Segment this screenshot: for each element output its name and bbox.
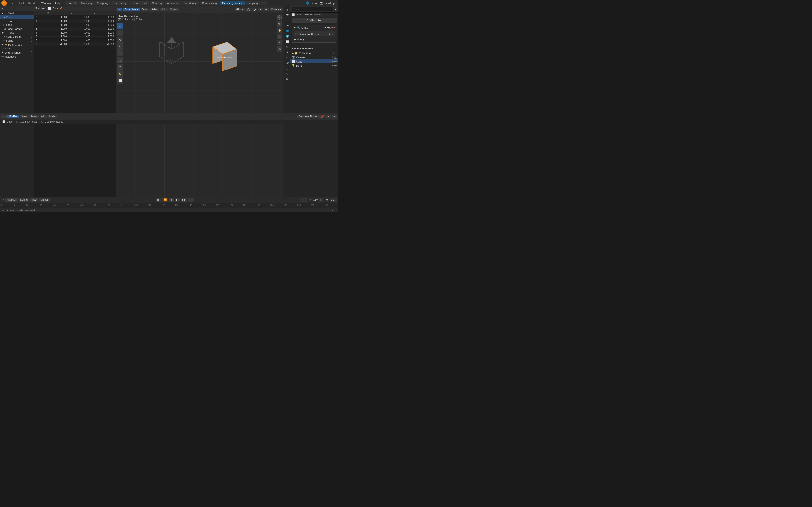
add-cube-tool-btn[interactable]: ⬜ [117, 77, 123, 83]
tab-scripting[interactable]: Scripting [245, 1, 260, 5]
output-properties-btn[interactable]: 🖨 [285, 18, 290, 23]
pan-btn[interactable]: ✋ [277, 27, 282, 33]
overlay-btn[interactable]: ⊞ [277, 46, 282, 52]
play-btn[interactable]: ▶ [175, 198, 180, 202]
play-jump-start-btn[interactable]: ⏮ [156, 198, 161, 202]
viewport-select-btn[interactable]: Select [150, 8, 159, 11]
outliner-collection[interactable]: ▶ 📁 Collection 👁 ↗ [290, 51, 338, 55]
menu-render[interactable]: Render [27, 1, 39, 5]
scene-properties-btn[interactable]: 🌐 [285, 29, 290, 33]
tree-curve[interactable]: ▼ ~ Curve [0, 31, 34, 35]
timeline-view-btn[interactable]: View [30, 198, 38, 202]
rotate-tool-btn[interactable]: ↻ [117, 44, 123, 50]
viewport-add-btn[interactable]: Add [160, 8, 168, 11]
modifier-visibility-icon[interactable]: 👁 [324, 26, 326, 29]
tree-face[interactable]: □ Face 6 [0, 23, 34, 27]
breadcrumb-geometry-nodes[interactable]: Geometry Nodes [45, 120, 63, 123]
properties-panel-btn[interactable]: ⊞ [285, 7, 290, 12]
tab-uv-editing[interactable]: UV Editing [111, 1, 128, 5]
object-mode-btn[interactable]: Object Mode [123, 8, 140, 11]
current-frame-input[interactable]: 1 [300, 198, 307, 202]
scene-name[interactable]: Scene [311, 2, 318, 5]
camera-perspective-btn[interactable]: 🎥 [277, 34, 282, 39]
tab-texture-paint[interactable]: Texture Paint [129, 1, 149, 5]
node-modifier-btn[interactable]: Modifier [7, 115, 19, 118]
manage-item[interactable]: ▶ Manage [294, 37, 335, 42]
render-preview-btn[interactable]: ☀ [277, 40, 282, 45]
cursor-tool[interactable]: ↖ [117, 8, 122, 11]
breadcrumb-cube[interactable]: Cube [296, 13, 301, 16]
shading-rendered[interactable]: ☀ [264, 8, 269, 11]
modifier-render-icon[interactable]: 📷 [327, 26, 329, 29]
camera-render-icon[interactable]: 📷 [334, 56, 337, 59]
tree-volume-grids[interactable]: ✦ Volume Grids 0 [0, 50, 34, 55]
play-back-btn[interactable]: ◀ [169, 198, 174, 202]
cursor-tool-btn[interactable]: ✛ [117, 30, 123, 36]
menu-help[interactable]: Help [53, 1, 63, 5]
shading-material[interactable]: ● [258, 8, 263, 11]
spreadsheet-pin-icon[interactable]: 📌 [59, 7, 62, 10]
tab-layout[interactable]: Layout [65, 1, 78, 5]
node-name-btn[interactable]: Geometry Nodes [297, 115, 318, 118]
cube-render-icon[interactable]: 📷 [334, 60, 337, 63]
scale-tool-btn[interactable]: ⤡ [117, 50, 123, 56]
tab-geometry-nodes[interactable]: Geometry Nodes [220, 1, 245, 5]
tab-rendering[interactable]: Rendering [182, 1, 199, 5]
cube-view-icon[interactable]: 👁 [332, 60, 334, 63]
add-modifier-btn[interactable]: Add Modifier [292, 18, 337, 23]
collection-select-icon[interactable]: ↗ [335, 52, 337, 55]
modifier-pin-icon[interactable]: 📌 [330, 26, 333, 29]
tree-control-point[interactable]: ● Control Point 0 [0, 35, 34, 39]
object-properties-btn[interactable]: ⬜ [285, 39, 290, 44]
filter-icon[interactable]: ▼ [334, 8, 337, 11]
geo-nodes-item[interactable]: ⬡ Geometry Nodes 👁 ✕ [294, 32, 335, 37]
blender-logo[interactable]: ⬡ [1, 0, 7, 6]
keying-btn[interactable]: Keying [19, 198, 29, 202]
play-step-back-btn[interactable]: ⏪ [162, 198, 168, 202]
node-node-btn[interactable]: Node [48, 115, 57, 118]
col-header-x[interactable]: X [45, 11, 69, 15]
gizmo-orbit-btn[interactable] [277, 15, 282, 20]
geo-nodes-delete-icon[interactable]: ✕ [331, 33, 333, 35]
node-select-btn[interactable]: Select [29, 115, 39, 118]
menu-window[interactable]: Window [39, 1, 53, 5]
node-fit-btn[interactable]: ⤢ [332, 115, 337, 118]
tree-mesh[interactable]: ▼ △ Mesh [0, 11, 34, 15]
tree-vertex[interactable]: ● Vertex 8 [0, 15, 34, 19]
material-properties-btn[interactable]: ⬡ [285, 71, 290, 76]
node-editor-type-btn[interactable]: ⬡ [1, 115, 6, 118]
node-view-btn[interactable]: View [20, 115, 28, 118]
camera-view-icon[interactable]: 👁 [332, 56, 334, 59]
breadcrumb-cube2[interactable]: Cube [7, 120, 12, 123]
modifier-delete-icon[interactable]: ✕ [333, 26, 335, 29]
tree-point[interactable]: • Point 0 [0, 47, 34, 50]
zoom-btn[interactable]: 🔍 [277, 21, 282, 26]
view-properties-btn[interactable]: 👁 [285, 23, 290, 28]
tree-edge[interactable]: — Edge 12 [0, 19, 34, 23]
geo-nodes-eye-icon[interactable]: 👁 [329, 33, 331, 35]
physics-properties-btn[interactable]: ⚙ [285, 55, 290, 60]
shading-solid[interactable]: ◕ [252, 8, 257, 11]
play-forward-btn[interactable]: ▶▶ [181, 198, 187, 202]
modifier-name[interactable]: Geo... [301, 26, 309, 29]
tab-compositing[interactable]: Compositing [200, 1, 219, 5]
modifier-expand-icon[interactable]: ▼ [293, 26, 296, 29]
play-jump-end-btn[interactable]: ⏭ [188, 198, 194, 202]
light-render-icon[interactable]: 📷 [334, 64, 337, 67]
outliner-cube[interactable]: ⬜ Cube 👁 📷 [290, 59, 338, 63]
start-value[interactable]: 1 [318, 198, 323, 202]
breadcrumb-geo-nodes[interactable]: GeometryNodes [304, 13, 322, 16]
col-header-z[interactable]: Z [92, 11, 116, 15]
spreadsheet-object-name[interactable]: Cube [53, 7, 58, 10]
measure-tool-btn[interactable]: 📐 [117, 70, 123, 77]
transform-tool-btn[interactable]: ⬚ [117, 57, 123, 63]
marker-btn[interactable]: Marker [39, 198, 50, 202]
constraints-properties-btn[interactable]: 🔗 [285, 60, 290, 65]
tab-animation[interactable]: Animation [165, 1, 182, 5]
col-header-y[interactable]: Y [69, 11, 92, 15]
tree-spline[interactable]: ~ Spline 0 [0, 39, 34, 43]
tab-add-workspace[interactable]: + [261, 1, 267, 5]
render-properties-btn[interactable]: 📷 [285, 12, 290, 17]
annotate-tool-btn[interactable]: ✏ [117, 64, 123, 70]
tree-point-cloud[interactable]: ▼ ⊕ Point Cloud [0, 43, 34, 47]
